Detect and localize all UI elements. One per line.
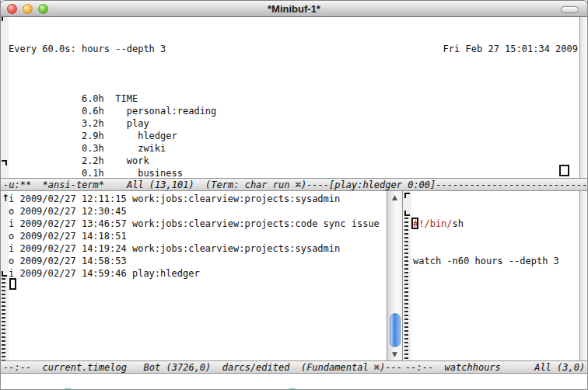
emacs-frame: *Minibuf-1* Every 60.0s: hours --depth 3… xyxy=(0,0,588,390)
titlebar: *Minibuf-1* xyxy=(0,0,588,17)
empty-lines-indicator-icon xyxy=(2,278,5,360)
timelog-line: o 2009/02/27 14:58:53 xyxy=(9,255,380,267)
timelog-entries: i 2009/02/27 12:11:15 work:jobs:clearvie… xyxy=(9,193,380,280)
report-line: 0.1h business xyxy=(9,167,578,178)
window-ansi-term[interactable]: Every 60.0s: hours --depth 3 Fri Feb 27 … xyxy=(1,17,588,178)
empty-lines-indicator-icon xyxy=(404,218,408,360)
buffer-bottom-angle-icon xyxy=(2,160,7,165)
watchhours-scrollbar[interactable] xyxy=(579,191,588,360)
timelog-hollow-cursor xyxy=(9,278,16,290)
hours-report: 6.0h TIME 0.6h personal:reading 3.2h pla… xyxy=(9,80,578,178)
timelog-line: i 2009/02/27 14:59:46 play:hledger xyxy=(9,267,380,280)
buffer-bottom-angle-icon xyxy=(404,211,410,216)
script-hollow-cursor xyxy=(411,218,418,229)
window-watchhours[interactable]: #!/bin/sh watch -n60 hours --depth 3 xyxy=(403,191,579,360)
buffer-continues-up-arrow-icon: ↑ xyxy=(2,193,9,203)
shebang-cmd-text: sh xyxy=(453,218,464,229)
report-line: 0.6h personal:reading xyxy=(9,105,578,117)
minibuffer[interactable]: Redo: (ansi-term "/Users/simon/bin/watch… xyxy=(1,374,588,390)
buffer-top-angle-icon xyxy=(2,17,7,21)
watch-header: Every 60.0s: hours --depth 3 Fri Feb 27 … xyxy=(9,43,578,55)
window-title: *Minibuf-1* xyxy=(1,3,587,15)
toolbar-toggle-button[interactable] xyxy=(561,6,579,13)
report-line: 0.3h zwiki xyxy=(9,142,578,155)
shebang-text: #!/bin/ xyxy=(413,218,453,229)
terminal-hollow-cursor xyxy=(559,165,569,176)
left-fringe xyxy=(1,17,9,178)
buffer-top-angle-icon xyxy=(404,193,410,198)
script-line: watch -n60 hours --depth 3 xyxy=(413,255,559,267)
top-window-scrollbar[interactable] xyxy=(579,17,588,178)
report-line: 2.2h work xyxy=(9,155,578,167)
scroll-down-arrow-icon[interactable]: ▼ xyxy=(387,349,402,360)
window-timelog[interactable]: i 2009/02/27 12:11:15 work:jobs:clearvie… xyxy=(1,191,387,360)
modeline-watchhours[interactable]: --:-- watchhours All (3,0) xyxy=(403,360,588,374)
script-line: #!/bin/sh xyxy=(413,218,559,230)
timelog-scrollbar[interactable]: ▲ ▼ xyxy=(387,191,403,360)
timelog-line: o 2009/02/27 14:18:51 xyxy=(9,230,380,242)
modeline-timelog[interactable]: --:-- current.timelog Bot (3726,0) darcs… xyxy=(1,360,403,374)
timelog-line: i 2009/02/27 12:11:15 work:jobs:clearvie… xyxy=(9,193,380,205)
watch-date-text: Fri Feb 27 15:01:34 2009 xyxy=(443,43,578,55)
report-line: 3.2h play xyxy=(9,117,578,130)
report-line xyxy=(9,80,578,92)
timelog-line: i 2009/02/27 13:46:57 work:jobs:clearvie… xyxy=(9,218,380,230)
scrollbar-thumb[interactable] xyxy=(390,313,401,347)
scroll-up-arrow-icon[interactable]: ▲ xyxy=(387,192,402,203)
timelog-line: o 2009/02/27 12:30:45 xyxy=(9,205,380,218)
timelog-line: i 2009/02/27 14:19:24 work:jobs:clearvie… xyxy=(9,242,380,255)
report-line: 6.0h TIME xyxy=(9,92,578,105)
watch-command-text: Every 60.0s: hours --depth 3 xyxy=(9,43,166,55)
buffer-bottom-angle-icon xyxy=(2,271,7,277)
report-line: 2.9h hledger xyxy=(9,130,578,142)
modeline-ansi-term[interactable]: -u:** *ansi-term* All (13,101) (Term: ch… xyxy=(1,178,588,191)
